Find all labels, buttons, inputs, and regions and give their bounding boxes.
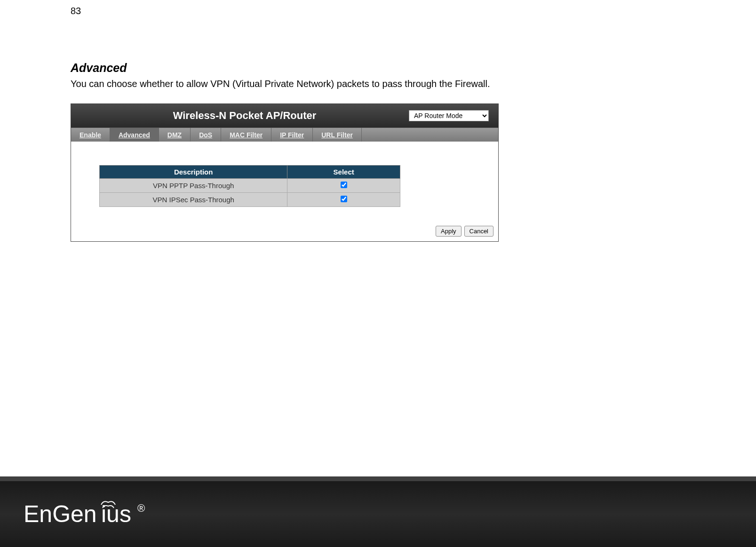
tab-url-filter[interactable]: URL Filter <box>313 128 362 142</box>
mode-select[interactable]: AP Router Mode <box>409 110 489 121</box>
router-title: Wireless-N Pocket AP/Router <box>80 110 409 122</box>
svg-text:EnGen: EnGen <box>24 501 97 527</box>
tab-bar: Enable Advanced DMZ DoS MAC Filter IP Fi… <box>71 127 498 142</box>
svg-text:ius: ius <box>101 501 131 527</box>
column-header-description: Description <box>100 166 287 179</box>
svg-text:®: ® <box>137 502 145 514</box>
cancel-button[interactable]: Cancel <box>464 226 493 237</box>
tab-enable[interactable]: Enable <box>71 128 110 142</box>
tab-mac-filter[interactable]: MAC Filter <box>221 128 271 142</box>
table-row: VPN PPTP Pass-Through <box>100 179 400 193</box>
page-number: 83 <box>71 6 81 16</box>
row-description: VPN PPTP Pass-Through <box>100 179 287 193</box>
footer: EnGen ius ® <box>0 481 756 547</box>
tab-dos[interactable]: DoS <box>191 128 221 142</box>
tab-dmz[interactable]: DMZ <box>159 128 191 142</box>
table-row: VPN IPSec Pass-Through <box>100 193 400 207</box>
column-header-select: Select <box>287 166 400 179</box>
row-description: VPN IPSec Pass-Through <box>100 193 287 207</box>
settings-area: Description Select VPN PPTP Pass-Through… <box>71 142 498 216</box>
engenius-logo: EnGen ius ® <box>24 498 179 531</box>
settings-table: Description Select VPN PPTP Pass-Through… <box>99 165 400 207</box>
tab-ip-filter[interactable]: IP Filter <box>271 128 313 142</box>
row-select-cell <box>287 193 400 207</box>
tab-advanced[interactable]: Advanced <box>110 128 159 142</box>
footer-divider <box>0 476 756 481</box>
section-description: You can choose whether to allow VPN (Vir… <box>71 79 659 89</box>
section-heading: Advanced <box>71 61 659 75</box>
row-select-cell <box>287 179 400 193</box>
vpn-ipsec-checkbox[interactable] <box>341 196 347 202</box>
button-row: Apply Cancel <box>71 216 498 241</box>
content-area: Advanced You can choose whether to allow… <box>71 61 659 242</box>
router-admin-panel: Wireless-N Pocket AP/Router AP Router Mo… <box>71 103 499 242</box>
router-header: Wireless-N Pocket AP/Router AP Router Mo… <box>71 104 498 127</box>
apply-button[interactable]: Apply <box>436 226 462 237</box>
table-header-row: Description Select <box>100 166 400 179</box>
logo-svg: EnGen ius ® <box>24 498 179 531</box>
vpn-pptp-checkbox[interactable] <box>341 182 347 188</box>
